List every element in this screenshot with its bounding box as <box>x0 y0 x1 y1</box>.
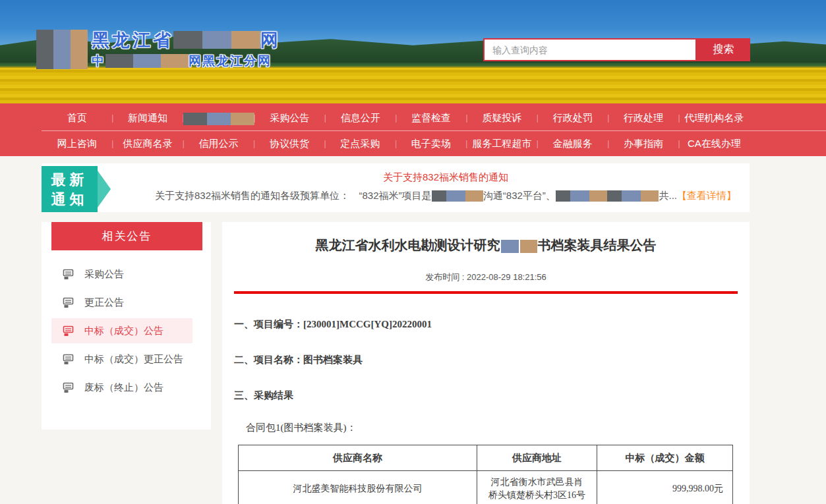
nav-item-credit-publicity[interactable]: 信用公示 <box>183 131 254 156</box>
announcement-icon <box>63 269 74 280</box>
redaction-block <box>622 190 641 202</box>
page: 黑龙江省网 中网黑龙江分网 搜索 首页 新闻通知 采购公告 信息公开 监督检查 … <box>0 0 826 504</box>
redaction-block <box>570 190 589 202</box>
nav-item-home[interactable]: 首页 <box>42 105 112 130</box>
content-area: 相关公告 采购公告 更正公告 中标（成交）公告 中标（成交）更正公告 <box>42 222 750 504</box>
sidebar-item-cancelled-notice[interactable]: 废标（终止）公告 <box>51 375 192 400</box>
nav-label: 监督检查 <box>411 112 451 123</box>
logo-text: 黑龙江省网 中网黑龙江分网 <box>92 30 281 70</box>
cell-supplier-address: 河北省衡水市武邑县肖桥头镇楚桥头村3区16号 <box>477 471 597 504</box>
table-row: 河北盛美智能科技股份有限公司 河北省衡水市武邑县肖桥头镇楚桥头村3区16号 99… <box>239 471 733 504</box>
logo-redaction-block <box>36 30 88 69</box>
announcement-icon <box>63 297 74 308</box>
redaction-block <box>231 31 260 49</box>
nav-label: 行政处罚 <box>553 112 593 123</box>
nav-item-supplier-directory[interactable]: 供应商名录 <box>112 131 183 156</box>
sidebar-item-correction-notice[interactable]: 更正公告 <box>51 290 192 315</box>
nav-label: 质疑投诉 <box>482 112 521 123</box>
redaction-block <box>465 190 483 202</box>
search-button[interactable]: 搜索 <box>697 38 750 61</box>
nav-item-designated-procurement[interactable]: 定点采购 <box>325 131 396 156</box>
nav-item-supervision[interactable]: 监督检查 <box>396 105 466 130</box>
red-divider <box>234 291 738 294</box>
site-title-suffix: 网 <box>260 30 281 50</box>
cell-supplier-name: 河北盛美智能科技股份有限公司 <box>239 471 477 504</box>
nav-label: 信息公开 <box>341 112 380 123</box>
nav-item-agreement-supply[interactable]: 协议供货 <box>254 131 324 156</box>
nav-item-news[interactable]: 新闻通知 <box>112 105 183 130</box>
search-input[interactable] <box>483 38 697 61</box>
badge-text-line1: 最新 <box>42 170 98 190</box>
col-header-award-amount: 中标（成交）金额 <box>597 445 733 471</box>
nav-row-2: 网上咨询 供应商名录 信用公示 协议供货 定点采购 电子卖场 服务工程超市 金融… <box>42 131 750 156</box>
notice-title-link[interactable]: 关于支持832福米销售的通知 <box>155 171 736 184</box>
notice-text: 沟通“832平台”、 <box>483 190 556 202</box>
nav-item-admin-handling[interactable]: 行政处理 <box>608 105 678 130</box>
article-title: 黑龙江省水利水电勘测设计研究书档案装具结果公告 <box>222 237 750 254</box>
notice-body: 关于支持832福米销售的通知 关于支持832福米销售的通知各级预算单位： “83… <box>115 163 736 212</box>
table-header-row: 供应商名称 供应商地址 中标（成交）金额 <box>239 445 733 471</box>
redaction-block <box>520 240 537 253</box>
nav-item-admin-penalty[interactable]: 行政处罚 <box>537 105 608 130</box>
nav-item-procurement-notice[interactable]: 采购公告 <box>254 105 325 130</box>
nav-label: 电子卖场 <box>411 138 451 149</box>
redaction-block <box>183 113 207 125</box>
nav-item-online-consult[interactable]: 网上咨询 <box>42 131 112 156</box>
nav-label: 金融服务 <box>553 138 593 149</box>
nav-label: 办事指南 <box>624 138 663 149</box>
sidebar-header: 相关公告 <box>51 222 202 250</box>
main-nav: 首页 新闻通知 采购公告 信息公开 监督检查 质疑投诉 行政处罚 行政处理 代理… <box>0 103 826 156</box>
nav-label: 采购公告 <box>270 112 309 123</box>
redaction-block <box>641 190 659 202</box>
nav-item-service-supermarket[interactable]: 服务工程超市 <box>466 131 537 156</box>
project-number-line: 一、项目编号：[230001]MCCG[YQ]20220001 <box>234 318 738 331</box>
site-subtitle-prefix: 中 <box>92 54 105 68</box>
site-subtitle: 中网黑龙江分网 <box>92 53 281 70</box>
redaction-block <box>202 31 231 49</box>
nav-label: 代理机构名录 <box>684 112 744 123</box>
col-header-supplier-address: 供应商地址 <box>477 445 597 471</box>
redaction-block <box>432 190 446 202</box>
article-title-part2: 书档案装具结果公告 <box>538 238 657 252</box>
latest-notice-banner: 最新 通知 关于支持832福米销售的通知 关于支持832福米销售的通知各级预算单… <box>42 163 750 212</box>
nav-label: CA在线办理 <box>688 138 741 149</box>
procurement-result-heading: 三、采购结果 <box>234 389 738 402</box>
sidebar-item-label: 中标（成交）更正公告 <box>84 353 183 366</box>
publish-time: 发布时间 : 2022-08-29 18:21:56 <box>222 271 750 283</box>
sidebar-item-label: 采购公告 <box>84 268 124 281</box>
article-panel: 黑龙江省水利水电勘测设计研究书档案装具结果公告 发布时间 : 2022-08-2… <box>222 222 750 504</box>
result-table: 供应商名称 供应商地址 中标（成交）金额 河北盛美智能科技股份有限公司 河北省衡… <box>238 445 733 504</box>
nav-item-e-marketplace[interactable]: 电子卖场 <box>396 131 466 156</box>
notice-text: 关于支持832福米销售的通知各级预算单位： <box>155 190 349 202</box>
sidebar-item-award-correction-notice[interactable]: 中标（成交）更正公告 <box>51 347 192 372</box>
redaction-block <box>556 190 570 202</box>
redaction-block <box>607 190 622 202</box>
nav-item-financial-services[interactable]: 金融服务 <box>537 131 608 156</box>
sidebar-item-label: 中标（成交）公告 <box>84 325 163 337</box>
nav-item-service-guide[interactable]: 办事指南 <box>608 131 678 156</box>
nav-item-info-disclosure[interactable]: 信息公开 <box>325 105 396 130</box>
project-name-line: 二、项目名称：图书档案装具 <box>234 353 738 366</box>
nav-label: 协议供货 <box>270 138 309 149</box>
site-logo[interactable]: 黑龙江省网 中网黑龙江分网 <box>36 30 281 70</box>
search-bar: 搜索 <box>483 38 750 61</box>
nav-item-complaints[interactable]: 质疑投诉 <box>467 105 537 130</box>
sidebar-item-procurement-notice[interactable]: 采购公告 <box>51 262 192 287</box>
redaction-block <box>231 113 254 125</box>
badge-text-line2: 通知 <box>42 190 98 210</box>
announcement-icon <box>63 382 74 393</box>
view-details-link[interactable]: 【查看详情】 <box>677 190 736 202</box>
nav-label: 网上咨询 <box>57 138 97 149</box>
site-title: 黑龙江省网 <box>92 30 281 51</box>
nav-item-agency-directory[interactable]: 代理机构名录 <box>679 105 750 130</box>
nav-item-ca-online[interactable]: CA在线办理 <box>679 131 750 156</box>
sidebar-list: 采购公告 更正公告 中标（成交）公告 中标（成交）更正公告 废标（终止）公告 <box>42 262 211 400</box>
redaction-block <box>501 240 519 253</box>
cell-award-amount: 999,998.00元 <box>597 471 733 504</box>
notice-text: “832福米”项目是 <box>359 190 431 202</box>
article-body: 一、项目编号：[230001]MCCG[YQ]20220001 二、项目名称：图… <box>222 318 750 504</box>
sidebar-item-award-notice[interactable]: 中标（成交）公告 <box>51 318 192 343</box>
sidebar-item-label: 更正公告 <box>84 296 124 309</box>
header-banner: 黑龙江省网 中网黑龙江分网 搜索 <box>0 0 826 103</box>
announcement-icon <box>63 325 74 337</box>
